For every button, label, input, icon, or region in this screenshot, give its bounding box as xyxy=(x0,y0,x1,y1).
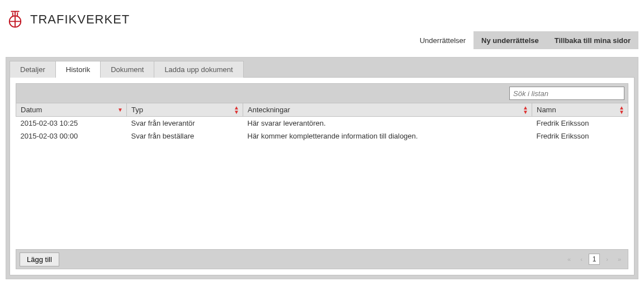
tab-dokument[interactable]: Dokument xyxy=(100,61,154,78)
nav-underrattelser[interactable]: Underrättelser xyxy=(412,31,473,49)
search-input[interactable] xyxy=(509,87,624,100)
col-header-label: Namn xyxy=(537,106,556,114)
tab-content: Datum ▼ Typ ▲▼ Anteckningar ▲▼ Namn xyxy=(10,78,634,275)
brand-name: TRAFIKVERKET xyxy=(30,12,130,27)
cell-typ: Svar från leverantör xyxy=(127,117,243,130)
sort-both-icon: ▲▼ xyxy=(234,106,239,115)
col-header-typ[interactable]: Typ ▲▼ xyxy=(127,103,243,117)
table-toolbar xyxy=(16,83,628,103)
col-header-label: Typ xyxy=(131,106,143,114)
main-panel: Detaljer Historik Dokument Ladda upp dok… xyxy=(6,57,638,279)
tab-historik[interactable]: Historik xyxy=(55,61,101,78)
pager-next-icon[interactable]: › xyxy=(602,254,612,265)
header: TRAFIKVERKET Underrättelser Ny underrätt… xyxy=(0,0,644,49)
pager-last-icon[interactable]: » xyxy=(614,254,624,265)
col-header-namn[interactable]: Namn ▲▼ xyxy=(532,103,628,117)
table-row[interactable]: 2015-02-03 00:00 Svar från beställare Hä… xyxy=(16,130,628,142)
trafikverket-logo-icon xyxy=(6,10,25,29)
tab-ladda-upp[interactable]: Ladda upp dokument xyxy=(154,61,243,78)
col-header-datum[interactable]: Datum ▼ xyxy=(16,103,127,117)
pager-current-page: 1 xyxy=(589,254,600,265)
col-header-label: Datum xyxy=(21,106,42,114)
cell-namn: Fredrik Eriksson xyxy=(532,130,628,142)
nav-tillbaka[interactable]: Tillbaka till mina sidor xyxy=(547,31,638,49)
cell-datum: 2015-02-03 10:25 xyxy=(16,117,127,130)
sort-both-icon: ▲▼ xyxy=(619,106,624,115)
sort-desc-icon: ▼ xyxy=(117,108,123,112)
history-table: Datum ▼ Typ ▲▼ Anteckningar ▲▼ Namn xyxy=(16,103,628,142)
sort-both-icon: ▲▼ xyxy=(523,106,528,115)
nav-ny-underrattelse[interactable]: Ny underrättelse xyxy=(473,31,547,49)
cell-typ: Svar från beställare xyxy=(127,130,243,142)
tab-detaljer[interactable]: Detaljer xyxy=(10,61,56,78)
pager-first-icon[interactable]: « xyxy=(564,254,574,265)
tab-bar: Detaljer Historik Dokument Ladda upp dok… xyxy=(10,61,634,78)
add-button[interactable]: Lägg till xyxy=(20,252,59,266)
brand-logo: TRAFIKVERKET xyxy=(6,10,130,29)
cell-anteckningar: Här svarar leverantören. xyxy=(243,117,532,130)
table-row[interactable]: 2015-02-03 10:25 Svar från leverantör Hä… xyxy=(16,117,628,130)
cell-datum: 2015-02-03 00:00 xyxy=(16,130,127,142)
panel-footer: Lägg till « ‹ 1 › » xyxy=(16,249,628,269)
cell-namn: Fredrik Eriksson xyxy=(532,117,628,130)
pager: « ‹ 1 › » xyxy=(564,254,624,265)
top-nav: Underrättelser Ny underrättelse Tillbaka… xyxy=(412,31,638,49)
col-header-label: Anteckningar xyxy=(248,106,290,114)
cell-anteckningar: Här kommer kompletterande information ti… xyxy=(243,130,532,142)
pager-prev-icon[interactable]: ‹ xyxy=(576,254,586,265)
col-header-anteckningar[interactable]: Anteckningar ▲▼ xyxy=(243,103,532,117)
